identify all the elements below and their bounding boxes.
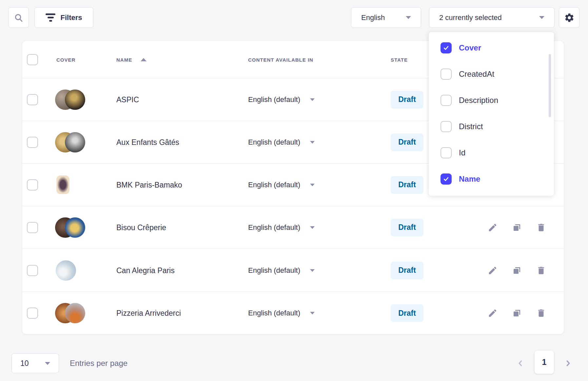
edit-icon[interactable]	[488, 223, 498, 232]
row-checkbox[interactable]	[27, 94, 38, 105]
duplicate-icon[interactable]	[512, 266, 522, 275]
filter-icon	[46, 13, 55, 22]
column-option-label: Name	[459, 174, 480, 184]
state-badge: Draft	[391, 262, 423, 279]
row-checkbox[interactable]	[27, 222, 38, 233]
row-locale-value: English (default)	[248, 309, 300, 317]
chevron-down-icon	[406, 16, 411, 19]
column-header-content-available-in[interactable]: CONTENT AVAILABLE IN	[248, 41, 313, 78]
row-checkbox[interactable]	[27, 179, 38, 190]
content-manager-screen: Filters English 2 currently selected COV…	[0, 0, 588, 381]
delete-icon[interactable]	[536, 223, 546, 232]
select-all-checkbox[interactable]	[27, 54, 38, 65]
chevron-down-icon	[310, 312, 315, 314]
chevron-down-icon	[310, 269, 315, 272]
settings-button[interactable]	[559, 7, 579, 28]
state-badge: Draft	[391, 133, 423, 151]
chevron-down-icon	[310, 98, 315, 101]
column-option-label: Description	[459, 96, 498, 105]
columns-select-value: 2 currently selected	[439, 13, 502, 22]
column-option-label: CreatedAt	[459, 70, 494, 79]
row-locale-select[interactable]: English (default)	[248, 181, 315, 189]
duplicate-icon[interactable]	[512, 223, 522, 232]
state-badge: Draft	[391, 91, 423, 109]
column-option-label: Cover	[459, 43, 481, 52]
checkbox-checked-icon	[441, 42, 452, 53]
page-size-select[interactable]: 10	[11, 353, 59, 373]
column-option-label: Id	[459, 148, 465, 157]
edit-icon[interactable]	[488, 266, 498, 275]
row-locale-value: English (default)	[248, 266, 300, 275]
row-checkbox[interactable]	[27, 265, 38, 276]
row-locale-value: English (default)	[248, 181, 300, 189]
column-header-cover[interactable]: COVER	[56, 41, 75, 78]
column-picker-dropdown: Cover CreatedAt Description District Id …	[429, 32, 554, 196]
cover-image	[55, 89, 86, 110]
row-name: Can Alegria Paris	[116, 266, 175, 275]
locale-select-value: English	[361, 13, 385, 22]
checkbox-icon	[441, 95, 452, 106]
cover-image	[55, 217, 86, 238]
search-icon	[14, 13, 24, 23]
row-name: BMK Paris-Bamako	[116, 180, 182, 189]
column-header-state[interactable]: STATE	[391, 41, 408, 78]
row-checkbox[interactable]	[27, 308, 38, 319]
table-row: Pizzeria Arrivederci English (default) D…	[22, 292, 564, 334]
row-locale-select[interactable]: English (default)	[248, 138, 315, 147]
cover-image	[55, 303, 86, 324]
column-option-description[interactable]: Description	[429, 87, 554, 113]
row-locale-value: English (default)	[248, 95, 300, 104]
columns-select[interactable]: 2 currently selected	[429, 7, 555, 28]
search-button[interactable]	[8, 7, 29, 28]
chevron-down-icon	[310, 226, 315, 229]
table-row: Can Alegria Paris English (default) Draf…	[22, 249, 564, 292]
sort-ascending-icon	[141, 58, 147, 61]
chevron-down-icon	[45, 362, 50, 365]
column-option-createdat[interactable]: CreatedAt	[429, 61, 554, 87]
state-badge: Draft	[391, 219, 423, 236]
row-locale-select[interactable]: English (default)	[248, 95, 315, 104]
pagination-page-1[interactable]: 1	[535, 351, 554, 374]
row-locale-select[interactable]: English (default)	[248, 266, 315, 275]
checkbox-icon	[441, 147, 452, 158]
page-size-value: 10	[20, 359, 29, 368]
chevron-right-icon	[564, 359, 572, 368]
row-name: ASPIC	[116, 95, 139, 104]
edit-icon[interactable]	[488, 308, 498, 318]
column-option-cover[interactable]: Cover	[429, 35, 554, 61]
row-locale-select[interactable]: English (default)	[248, 309, 315, 317]
pagination-next-button[interactable]	[560, 356, 576, 371]
column-option-label: District	[459, 122, 483, 131]
cover-image	[55, 260, 86, 281]
checkbox-checked-icon	[441, 173, 452, 185]
state-badge: Draft	[391, 176, 423, 194]
row-checkbox[interactable]	[27, 137, 38, 148]
locale-select[interactable]: English	[351, 7, 421, 28]
entries-per-page-label: Entries per page	[70, 353, 127, 373]
gear-icon	[564, 12, 575, 23]
state-badge: Draft	[391, 304, 423, 322]
filters-button[interactable]: Filters	[34, 7, 93, 28]
delete-icon[interactable]	[536, 266, 546, 275]
row-name: Aux Enfants Gâtés	[116, 138, 179, 147]
row-name: Bisou Crêperie	[116, 223, 166, 232]
delete-icon[interactable]	[536, 308, 546, 318]
row-locale-value: English (default)	[248, 223, 300, 232]
row-locale-select[interactable]: English (default)	[248, 223, 315, 232]
chevron-down-icon	[310, 141, 315, 144]
chevron-down-icon	[539, 16, 544, 19]
column-header-name-label: NAME	[116, 57, 132, 63]
column-option-district[interactable]: District	[429, 113, 554, 140]
dropdown-scrollbar[interactable]	[549, 54, 551, 117]
column-option-name[interactable]: Name	[429, 166, 554, 192]
filters-button-label: Filters	[60, 13, 82, 22]
checkbox-icon	[441, 121, 452, 132]
row-name: Pizzeria Arrivederci	[116, 309, 181, 318]
duplicate-icon[interactable]	[512, 308, 522, 318]
column-option-id[interactable]: Id	[429, 140, 554, 166]
chevron-down-icon	[310, 184, 315, 186]
column-header-name[interactable]: NAME	[116, 41, 147, 78]
checkbox-icon	[441, 69, 452, 80]
pagination-previous-button[interactable]	[513, 356, 528, 371]
chevron-left-icon	[516, 359, 525, 368]
